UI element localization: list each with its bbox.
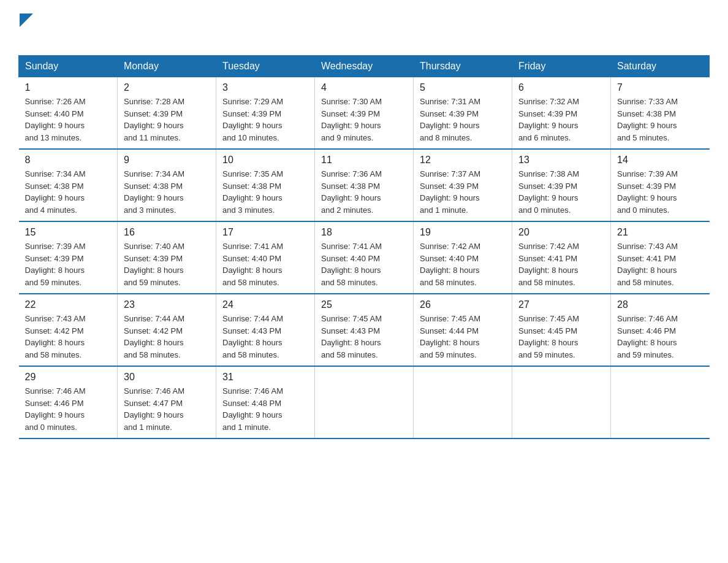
calendar-cell: 2Sunrise: 7:28 AMSunset: 4:39 PMDaylight… (118, 77, 216, 150)
col-tuesday: Tuesday (216, 56, 315, 77)
day-info: Sunrise: 7:46 AMSunset: 4:48 PMDaylight:… (222, 385, 308, 433)
day-number: 12 (420, 155, 506, 166)
day-number: 4 (321, 82, 407, 93)
day-info: Sunrise: 7:36 AMSunset: 4:38 PMDaylight:… (321, 168, 407, 216)
calendar-cell: 7Sunrise: 7:33 AMSunset: 4:38 PMDaylight… (611, 77, 710, 150)
calendar-cell: 29Sunrise: 7:46 AMSunset: 4:46 PMDayligh… (19, 366, 118, 439)
calendar-cell: 6Sunrise: 7:32 AMSunset: 4:39 PMDaylight… (512, 77, 611, 150)
logo-text-wrap (18, 12, 33, 43)
logo (18, 12, 33, 43)
logo-triangle-icon (20, 13, 33, 27)
day-number: 29 (25, 372, 112, 383)
col-friday: Friday (512, 56, 611, 77)
calendar-week-row: 29Sunrise: 7:46 AMSunset: 4:46 PMDayligh… (19, 366, 710, 439)
calendar-cell: 4Sunrise: 7:30 AMSunset: 4:39 PMDaylight… (315, 77, 414, 150)
col-sunday: Sunday (19, 56, 118, 77)
day-info: Sunrise: 7:44 AMSunset: 4:42 PMDaylight:… (124, 313, 210, 361)
day-number: 21 (617, 227, 703, 238)
calendar-cell: 12Sunrise: 7:37 AMSunset: 4:39 PMDayligh… (414, 149, 512, 221)
day-info: Sunrise: 7:45 AMSunset: 4:45 PMDaylight:… (518, 313, 604, 361)
calendar-week-row: 22Sunrise: 7:43 AMSunset: 4:42 PMDayligh… (19, 294, 710, 366)
day-info: Sunrise: 7:32 AMSunset: 4:39 PMDaylight:… (518, 96, 604, 144)
day-info: Sunrise: 7:46 AMSunset: 4:47 PMDaylight:… (124, 385, 210, 433)
calendar-cell: 26Sunrise: 7:45 AMSunset: 4:44 PMDayligh… (414, 294, 512, 366)
day-number: 6 (518, 82, 604, 93)
col-saturday: Saturday (611, 56, 710, 77)
calendar-cell (315, 366, 414, 439)
day-info: Sunrise: 7:34 AMSunset: 4:38 PMDaylight:… (25, 168, 112, 216)
day-info: Sunrise: 7:35 AMSunset: 4:38 PMDaylight:… (222, 168, 308, 216)
day-info: Sunrise: 7:39 AMSunset: 4:39 PMDaylight:… (25, 240, 112, 288)
calendar-cell: 31Sunrise: 7:46 AMSunset: 4:48 PMDayligh… (216, 366, 315, 439)
day-number: 25 (321, 299, 407, 310)
calendar-cell: 17Sunrise: 7:41 AMSunset: 4:40 PMDayligh… (216, 221, 315, 294)
day-number: 2 (124, 82, 210, 93)
day-number: 20 (518, 227, 604, 238)
day-number: 15 (25, 227, 112, 238)
day-info: Sunrise: 7:41 AMSunset: 4:40 PMDaylight:… (321, 240, 407, 288)
day-info: Sunrise: 7:37 AMSunset: 4:39 PMDaylight:… (420, 168, 506, 216)
calendar-cell (414, 366, 512, 439)
calendar-cell: 21Sunrise: 7:43 AMSunset: 4:41 PMDayligh… (611, 221, 710, 294)
calendar-cell: 25Sunrise: 7:45 AMSunset: 4:43 PMDayligh… (315, 294, 414, 366)
calendar-week-row: 1Sunrise: 7:26 AMSunset: 4:40 PMDaylight… (19, 77, 710, 150)
calendar-week-row: 15Sunrise: 7:39 AMSunset: 4:39 PMDayligh… (19, 221, 710, 294)
calendar-cell: 20Sunrise: 7:42 AMSunset: 4:41 PMDayligh… (512, 221, 611, 294)
day-info: Sunrise: 7:43 AMSunset: 4:42 PMDaylight:… (25, 313, 112, 361)
day-number: 26 (420, 299, 506, 310)
day-number: 13 (518, 155, 604, 166)
day-number: 17 (222, 227, 308, 238)
col-wednesday: Wednesday (315, 56, 414, 77)
calendar-cell: 3Sunrise: 7:29 AMSunset: 4:39 PMDaylight… (216, 77, 315, 150)
day-number: 5 (420, 82, 506, 93)
day-number: 1 (25, 82, 112, 93)
day-number: 7 (617, 82, 703, 93)
day-info: Sunrise: 7:38 AMSunset: 4:39 PMDaylight:… (518, 168, 604, 216)
day-number: 9 (124, 155, 210, 166)
calendar-cell (512, 366, 611, 439)
day-number: 3 (222, 82, 308, 93)
calendar-cell: 13Sunrise: 7:38 AMSunset: 4:39 PMDayligh… (512, 149, 611, 221)
day-info: Sunrise: 7:46 AMSunset: 4:46 PMDaylight:… (617, 313, 703, 361)
calendar-cell: 18Sunrise: 7:41 AMSunset: 4:40 PMDayligh… (315, 221, 414, 294)
calendar-cell: 19Sunrise: 7:42 AMSunset: 4:40 PMDayligh… (414, 221, 512, 294)
calendar-cell: 23Sunrise: 7:44 AMSunset: 4:42 PMDayligh… (118, 294, 216, 366)
day-info: Sunrise: 7:43 AMSunset: 4:41 PMDaylight:… (617, 240, 703, 288)
day-number: 27 (518, 299, 604, 310)
day-info: Sunrise: 7:45 AMSunset: 4:43 PMDaylight:… (321, 313, 407, 361)
day-number: 23 (124, 299, 210, 310)
day-number: 22 (25, 299, 112, 310)
day-info: Sunrise: 7:26 AMSunset: 4:40 PMDaylight:… (25, 96, 112, 144)
day-number: 19 (420, 227, 506, 238)
calendar-cell (611, 366, 710, 439)
calendar-cell: 22Sunrise: 7:43 AMSunset: 4:42 PMDayligh… (19, 294, 118, 366)
day-info: Sunrise: 7:28 AMSunset: 4:39 PMDaylight:… (124, 96, 210, 144)
day-number: 11 (321, 155, 407, 166)
day-number: 8 (25, 155, 112, 166)
day-info: Sunrise: 7:42 AMSunset: 4:41 PMDaylight:… (518, 240, 604, 288)
day-info: Sunrise: 7:29 AMSunset: 4:39 PMDaylight:… (222, 96, 308, 144)
day-info: Sunrise: 7:31 AMSunset: 4:39 PMDaylight:… (420, 96, 506, 144)
day-number: 24 (222, 299, 308, 310)
day-info: Sunrise: 7:39 AMSunset: 4:39 PMDaylight:… (617, 168, 703, 216)
day-info: Sunrise: 7:44 AMSunset: 4:43 PMDaylight:… (222, 313, 308, 361)
calendar-cell: 30Sunrise: 7:46 AMSunset: 4:47 PMDayligh… (118, 366, 216, 439)
day-info: Sunrise: 7:34 AMSunset: 4:38 PMDaylight:… (124, 168, 210, 216)
calendar-cell: 15Sunrise: 7:39 AMSunset: 4:39 PMDayligh… (19, 221, 118, 294)
day-number: 14 (617, 155, 703, 166)
day-number: 30 (124, 372, 210, 383)
day-info: Sunrise: 7:41 AMSunset: 4:40 PMDaylight:… (222, 240, 308, 288)
calendar-cell: 10Sunrise: 7:35 AMSunset: 4:38 PMDayligh… (216, 149, 315, 221)
day-number: 28 (617, 299, 703, 310)
day-info: Sunrise: 7:42 AMSunset: 4:40 PMDaylight:… (420, 240, 506, 288)
calendar-week-row: 8Sunrise: 7:34 AMSunset: 4:38 PMDaylight… (19, 149, 710, 221)
day-number: 16 (124, 227, 210, 238)
calendar-cell: 5Sunrise: 7:31 AMSunset: 4:39 PMDaylight… (414, 77, 512, 150)
day-number: 10 (222, 155, 308, 166)
calendar-cell: 28Sunrise: 7:46 AMSunset: 4:46 PMDayligh… (611, 294, 710, 366)
calendar-header-row: Sunday Monday Tuesday Wednesday Thursday… (19, 56, 710, 77)
day-info: Sunrise: 7:40 AMSunset: 4:39 PMDaylight:… (124, 240, 210, 288)
day-info: Sunrise: 7:45 AMSunset: 4:44 PMDaylight:… (420, 313, 506, 361)
calendar-cell: 14Sunrise: 7:39 AMSunset: 4:39 PMDayligh… (611, 149, 710, 221)
day-info: Sunrise: 7:33 AMSunset: 4:38 PMDaylight:… (617, 96, 703, 144)
